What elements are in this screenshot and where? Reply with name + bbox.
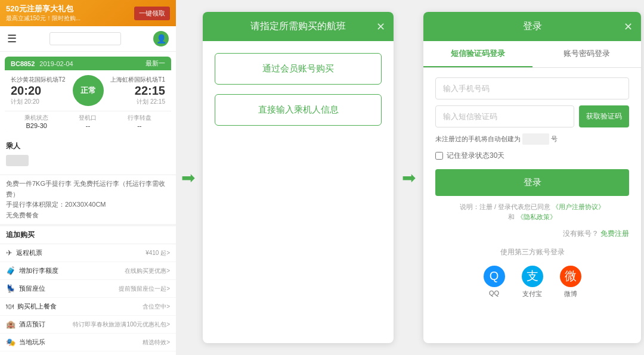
- flight-info-row: 乘机状态 B29-30 登机口 -- 行李转盘 --: [5, 111, 171, 132]
- addon-meal[interactable]: 🍽 购买机上餐食 含位空中>: [0, 298, 176, 316]
- departure-planned: 计划 20:20: [11, 98, 70, 106]
- banner-cta-button[interactable]: 一键领取: [134, 7, 170, 20]
- seat-col: 乘机状态 B29-30: [11, 114, 62, 129]
- gate-value: --: [62, 122, 113, 129]
- banner-title: 520元注册享大礼包: [6, 4, 134, 14]
- privacy-link[interactable]: 《隐私政策》: [517, 213, 556, 220]
- panel2-modal: 请指定所需购买的航班 ✕ 通过会员账号购买 直接输入乘机人信息: [203, 12, 394, 343]
- plane-icon: ✈: [6, 248, 13, 257]
- arrival-name: 上海虹桥国际机场T1: [106, 76, 166, 84]
- arrow1-icon: ➡: [181, 168, 195, 188]
- addon-return-label: 返程机票: [16, 248, 145, 257]
- departure-city: 长沙黄花国际机场T2 20:20 计划 20:20: [11, 76, 70, 106]
- search-input[interactable]: [49, 32, 121, 45]
- arrow2-icon: ➡: [402, 168, 416, 188]
- addon-seat[interactable]: 💺 预留座位 提前预留座位一起>: [0, 280, 176, 298]
- baggage-info: 免费一件7KG手提行李 无免费托运行李（托运行李需收费） 手提行李体积限定：20…: [0, 175, 176, 220]
- user-agreement-link[interactable]: 《用户注册协议》: [552, 203, 605, 210]
- seat-value: B29-30: [11, 122, 62, 129]
- gate-col: 登机口 --: [62, 114, 113, 129]
- passenger-section: 乘人: [0, 136, 176, 175]
- passenger-tag: [6, 155, 29, 166]
- weibo-icon: 微: [560, 266, 581, 287]
- menu-icon[interactable]: ☰: [7, 32, 17, 45]
- seat-icon: 💺: [6, 284, 16, 293]
- third-party-divider: 使用第三方账号登录: [435, 247, 629, 257]
- addon-baggage-label: 增加行李额度: [19, 266, 125, 275]
- departure-name: 长沙黄花国际机场T2: [11, 76, 70, 84]
- addon-baggage-price: 在线购买更优惠>: [125, 267, 170, 275]
- third-party-icons: Q QQ 支 支付宝 微 微博: [435, 266, 629, 304]
- seat-label: 乘机状态: [11, 114, 62, 122]
- passenger-title: 乘人: [6, 141, 170, 151]
- highlight-box: [522, 133, 549, 145]
- baggage-label: 行李转盘: [114, 114, 165, 122]
- baggage-col: 行李转盘 --: [114, 114, 165, 129]
- login-tabs: 短信验证码登录 账号密码登录: [423, 41, 641, 68]
- no-account-text: 没有账号？: [563, 229, 599, 238]
- banner-subtitle: 最高立减150元！限时抢购...: [6, 14, 134, 23]
- alipay-login[interactable]: 支 支付宝: [522, 266, 543, 298]
- weibo-label: 微博: [564, 289, 577, 298]
- flight-status: 正常: [73, 75, 104, 106]
- addon-hotel-label: 酒店预订: [19, 320, 73, 329]
- login-close-icon[interactable]: ✕: [624, 20, 633, 33]
- login-title: 登录: [523, 21, 542, 31]
- flight-card-header: BC8852 2019-02-04 最新一: [5, 57, 171, 70]
- addon-hotel[interactable]: 🏨 酒店预订 特订即享春秋旅游满100元优惠礼包>: [0, 316, 176, 334]
- login-button[interactable]: 登录: [435, 169, 629, 196]
- panel2-wrapper: 请指定所需购买的航班 ✕ 通过会员账号购买 直接输入乘机人信息: [200, 0, 397, 355]
- addon-seat-price: 提前预留座位一起>: [119, 285, 170, 293]
- phone-input[interactable]: [435, 77, 629, 99]
- avatar[interactable]: 👤: [153, 31, 169, 46]
- get-code-button[interactable]: 获取验证码: [579, 105, 629, 127]
- flight-route: 长沙黄花国际机场T2 20:20 计划 20:20 正常 上海虹桥国际机场T1 …: [5, 70, 171, 111]
- baggage-line2: 手提行李体积限定：20X30X40CM: [6, 200, 170, 210]
- tab-sms[interactable]: 短信验证码登录: [423, 41, 532, 67]
- qq-label: QQ: [489, 289, 499, 297]
- departure-time: 20:20: [11, 84, 70, 98]
- weibo-login[interactable]: 微 微博: [560, 266, 581, 298]
- nav-bar: ☰ 👤: [0, 26, 176, 52]
- remember-label: 记住登录状态30天: [447, 151, 504, 161]
- member-purchase-button[interactable]: 通过会员账号购买: [215, 53, 382, 85]
- addon-meal-price: 含位空中>: [143, 303, 170, 311]
- login-body: 获取验证码 未注册过的手机将自动创建为 号 记住登录状态30天 登录 说明：注册…: [423, 68, 641, 343]
- sms-code-input[interactable]: [435, 105, 574, 127]
- tab-password[interactable]: 账号密码登录: [532, 41, 642, 67]
- flight-card: BC8852 2019-02-04 最新一 长沙黄花国际机场T2 20:20 计…: [5, 57, 171, 132]
- direct-input-button[interactable]: 直接输入乘机人信息: [215, 94, 382, 126]
- modal-body: 通过会员账号购买 直接输入乘机人信息: [203, 41, 394, 343]
- entertainment-icon: 🎭: [6, 338, 16, 347]
- tip1: 说明：注册 / 登录代表您已同意: [460, 203, 550, 210]
- arrow2-container: ➡: [397, 0, 420, 355]
- addon-return-ticket[interactable]: ✈ 返程机票 ¥410 起>: [0, 244, 176, 262]
- addon-baggage[interactable]: 🧳 增加行李额度 在线购买更优惠>: [0, 262, 176, 280]
- arrival-planned: 计划 22:15: [106, 98, 166, 106]
- arrow1-container: ➡: [176, 0, 200, 355]
- register-link[interactable]: 免费注册: [600, 229, 629, 238]
- hotel-icon: 🏨: [6, 320, 16, 329]
- login-tips: 说明：注册 / 登录代表您已同意 《用户注册协议》 和 《隐私政策》: [435, 202, 629, 223]
- qq-icon: Q: [484, 266, 505, 287]
- auto-create-tip: 未注册过的手机将自动创建为 号: [435, 133, 629, 145]
- addon-section: 追加购买 ✈ 返程机票 ¥410 起> 🧳 增加行李额度 在线购买更优惠> 💺 …: [0, 224, 176, 351]
- luggage-icon: 🧳: [6, 266, 16, 275]
- code-row: 获取验证码: [435, 105, 629, 127]
- addon-return-price: ¥410 起>: [145, 249, 170, 257]
- tip2: 和: [508, 213, 515, 220]
- flight-number: BC8852: [11, 60, 35, 67]
- qq-login[interactable]: Q QQ: [484, 266, 505, 298]
- addon-entertainment[interactable]: 🎭 当地玩乐 精选特效>: [0, 334, 176, 351]
- addon-title: 追加购买: [0, 226, 176, 244]
- addon-entertainment-label: 当地玩乐: [19, 338, 143, 347]
- refresh-label[interactable]: 最新一: [145, 59, 165, 68]
- addon-entertainment-price: 精选特效>: [143, 338, 170, 347]
- baggage-line3: 无免费餐食: [6, 210, 170, 221]
- panel3-login: 登录 ✕ 短信验证码登录 账号密码登录 获取验证码 未注册过的手机将自动创建为 …: [423, 12, 641, 343]
- close-icon[interactable]: ✕: [376, 20, 385, 33]
- remember-row: 记住登录状态30天: [435, 151, 629, 161]
- alipay-icon: 支: [522, 266, 543, 287]
- modal-title: 请指定所需购买的航班: [250, 21, 346, 31]
- remember-checkbox[interactable]: [435, 152, 443, 160]
